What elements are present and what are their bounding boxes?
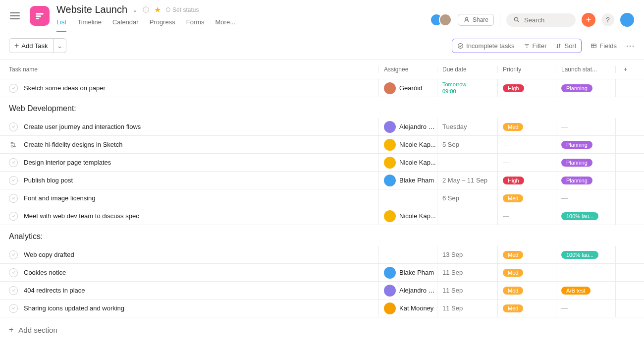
assignee-cell[interactable]: Alejandro L... [378, 118, 437, 135]
column-launch-status[interactable]: Launch stat... [556, 66, 615, 73]
due-date-cell[interactable]: 11 Sep [437, 264, 497, 281]
task-row[interactable]: Publish blog postBlake Pham2 May – 11 Se… [0, 172, 644, 189]
tab-list[interactable]: List [56, 18, 66, 32]
priority-cell[interactable]: Med [497, 300, 556, 317]
due-date-cell[interactable]: 11 Sep [437, 282, 497, 299]
priority-cell[interactable]: Med [497, 246, 556, 263]
task-row[interactable]: Font and image licensing6 SepMed— [0, 189, 644, 207]
task-name[interactable]: Sharing icons updated and working [24, 304, 378, 312]
star-icon[interactable]: ★ [154, 5, 161, 14]
launch-cell[interactable]: Planning [556, 172, 615, 189]
tab-timeline[interactable]: Timeline [77, 18, 102, 32]
due-date-cell[interactable]: 2 May – 11 Sep [437, 172, 497, 189]
tab-calendar[interactable]: Calendar [112, 18, 139, 32]
member-avatar[interactable] [439, 13, 452, 26]
column-task-name[interactable]: Task name [9, 66, 378, 73]
assignee-cell[interactable]: Blake Pham [378, 264, 437, 281]
launch-cell[interactable]: A/B test [556, 282, 615, 299]
task-name[interactable]: Font and image licensing [24, 194, 378, 202]
task-name[interactable]: Web copy drafted [24, 251, 378, 258]
add-task-button[interactable]: +Add Task [9, 38, 54, 53]
task-row[interactable]: Web copy drafted13 SepMed100% lau... [0, 246, 644, 264]
column-assignee[interactable]: Assignee [378, 66, 437, 73]
search-box[interactable] [506, 13, 576, 27]
due-date-cell[interactable]: 11 Sep [437, 300, 497, 317]
task-name[interactable]: Sketch some ideas on paper [24, 84, 378, 92]
incomplete-tasks-filter[interactable]: Incomplete tasks [457, 42, 515, 50]
task-name[interactable]: Cookies notice [24, 269, 378, 276]
priority-cell[interactable]: — [497, 207, 556, 225]
column-priority[interactable]: Priority [497, 66, 556, 73]
column-due-date[interactable]: Due date [437, 66, 497, 73]
section-title[interactable]: Analytics: [0, 225, 644, 246]
task-name[interactable]: Create user journey and interaction flow… [24, 123, 378, 130]
task-row[interactable]: Meet with web dev team to discuss specNi… [0, 207, 644, 225]
due-date-cell[interactable] [437, 154, 497, 171]
task-row[interactable]: Sharing icons updated and workingKat Moo… [0, 300, 644, 317]
launch-cell[interactable]: — [556, 264, 615, 281]
complete-task-icon[interactable] [9, 212, 18, 221]
task-name[interactable]: Create hi-fidelity designs in Sketch [24, 141, 378, 148]
complete-task-icon[interactable] [9, 194, 18, 203]
global-add-button[interactable]: + [582, 13, 595, 27]
add-column-button[interactable]: + [615, 66, 635, 73]
complete-task-icon[interactable] [9, 250, 18, 259]
task-name[interactable]: Design interior page templates [24, 159, 378, 166]
complete-task-icon[interactable] [9, 122, 18, 131]
launch-cell[interactable]: — [556, 189, 615, 207]
subtask-icon[interactable] [9, 140, 18, 149]
assignee-cell[interactable]: Nicole Kap... [378, 207, 437, 225]
task-row[interactable]: Create user journey and interaction flow… [0, 118, 644, 136]
priority-cell[interactable]: — [497, 136, 556, 153]
due-date-cell[interactable] [437, 207, 497, 225]
complete-task-icon[interactable] [9, 268, 18, 277]
due-date-cell[interactable]: 5 Sep [437, 136, 497, 153]
launch-cell[interactable]: 100% lau... [556, 246, 615, 263]
task-name[interactable]: Meet with web dev team to discuss spec [24, 212, 378, 220]
complete-task-icon[interactable] [9, 84, 18, 93]
project-title[interactable]: Website Launch [56, 4, 127, 15]
due-date-cell[interactable]: 6 Sep [437, 189, 497, 207]
due-date-cell[interactable]: Tomorrow09:00 [437, 79, 497, 97]
complete-task-icon[interactable] [9, 176, 18, 185]
assignee-cell[interactable]: Blake Pham [378, 172, 437, 189]
assignee-cell[interactable] [378, 189, 437, 207]
complete-task-icon[interactable] [9, 158, 18, 167]
complete-task-icon[interactable] [9, 304, 18, 313]
complete-task-icon[interactable] [9, 286, 18, 295]
priority-cell[interactable]: Med [497, 189, 556, 207]
info-icon[interactable]: ⓘ [143, 5, 149, 14]
task-row[interactable]: Sketch some ideas on paper Gearóid Tomor… [0, 79, 644, 97]
launch-cell[interactable]: Planning [556, 136, 615, 153]
help-button[interactable]: ? [601, 13, 614, 26]
assignee-cell[interactable]: Kat Mooney [378, 300, 437, 317]
assignee-cell[interactable] [378, 246, 437, 263]
launch-cell[interactable]: — [556, 118, 615, 135]
launch-cell[interactable]: Planning [556, 79, 615, 97]
section-title[interactable]: Web Development: [0, 97, 644, 118]
add-task-dropdown[interactable]: ⌄ [54, 38, 66, 53]
task-name[interactable]: Publish blog post [24, 177, 378, 184]
fields-button[interactable]: Fields [590, 42, 617, 50]
assignee-cell[interactable]: Nicole Kap... [378, 154, 437, 171]
more-options-button[interactable]: ⋯ [626, 40, 635, 51]
member-avatars[interactable] [430, 13, 452, 26]
task-row[interactable]: Design interior page templatesNicole Kap… [0, 154, 644, 172]
launch-cell[interactable]: — [556, 300, 615, 317]
task-row[interactable]: Create hi-fidelity designs in SketchNico… [0, 136, 644, 154]
due-date-cell[interactable]: 13 Sep [437, 246, 497, 263]
due-date-cell[interactable]: Tuesday [437, 118, 497, 135]
priority-cell[interactable]: Med [497, 118, 556, 135]
tab-more[interactable]: More... [215, 18, 235, 32]
assignee-cell[interactable]: Alejandro L... [378, 282, 437, 299]
search-input[interactable] [524, 16, 569, 24]
assignee-cell[interactable]: Gearóid [378, 79, 437, 97]
filter-button[interactable]: Filter [524, 42, 547, 50]
chevron-down-icon[interactable]: ⌄ [132, 6, 138, 13]
set-status-button[interactable]: Set status [166, 6, 199, 13]
task-row[interactable]: Cookies noticeBlake Pham11 SepMed— [0, 264, 644, 282]
task-row[interactable]: 404 redirects in placeAlejandro L...11 S… [0, 282, 644, 300]
priority-cell[interactable]: Med [497, 264, 556, 281]
current-user-avatar[interactable] [620, 13, 634, 27]
task-name[interactable]: 404 redirects in place [24, 287, 378, 294]
